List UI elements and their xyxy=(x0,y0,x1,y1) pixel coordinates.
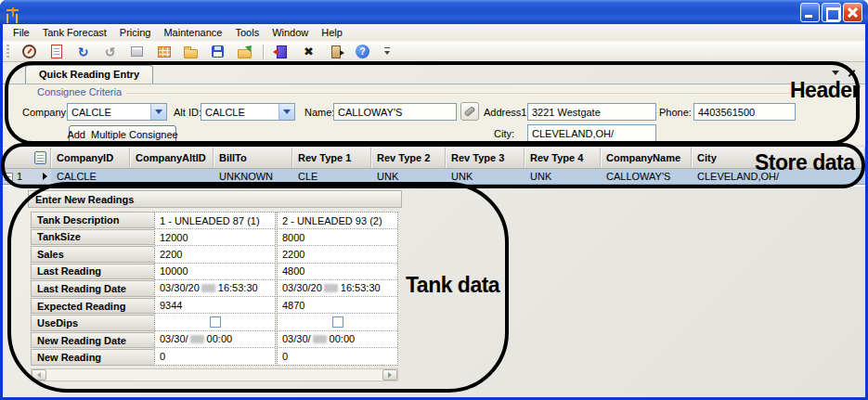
grid-header-row: CompanyID CompanyAltID BillTo Rev Type 1… xyxy=(3,148,865,169)
column-header-companyaltid[interactable]: CompanyAltID xyxy=(130,148,214,168)
eraser-icon xyxy=(463,106,475,117)
tank-2-new-reading[interactable]: 0 xyxy=(278,348,397,365)
city-input[interactable] xyxy=(527,124,656,142)
cell-city: CLEVELAND,OH/ xyxy=(692,169,865,184)
readings-row-labels: Tank Description TankSize Sales Last Rea… xyxy=(31,212,155,366)
tank-1-size: 12000 xyxy=(155,229,275,246)
maximize-button[interactable] xyxy=(822,3,841,22)
menu-bar: File Tank Forecast Pricing Maintenance T… xyxy=(3,24,865,41)
address1-input[interactable] xyxy=(527,103,656,121)
delete-x-icon[interactable] xyxy=(300,43,317,60)
tank-1-new-reading-date[interactable]: 03/30/00:00 xyxy=(155,331,275,348)
consignee-pane: Consignee Criteria Company: CALCLE Alt I… xyxy=(3,84,865,145)
scale-icon xyxy=(6,6,19,19)
window-controls xyxy=(800,3,862,22)
label-sales: Sales xyxy=(31,246,155,263)
label-tank-description: Tank Description xyxy=(31,212,155,228)
column-header-companyid[interactable]: CompanyID xyxy=(51,148,130,168)
tank-2-column: 2 - UNLEADED 93 (2) 8000 2200 4800 03/30… xyxy=(277,212,398,366)
cell-company-alt-id xyxy=(130,169,214,184)
tab-close-icon[interactable] xyxy=(848,69,856,77)
app-window: File Tank Forecast Pricing Maintenance T… xyxy=(0,0,868,400)
phone-input[interactable] xyxy=(693,103,796,121)
scroll-right-button[interactable] xyxy=(382,369,397,381)
tank-2-last-reading: 4800 xyxy=(278,264,397,280)
company-value: CALCLE xyxy=(68,107,150,118)
grid-icon[interactable] xyxy=(155,43,173,60)
menu-item-help[interactable]: Help xyxy=(315,26,349,39)
add-multiple-consignee-button[interactable]: Add Multiple Consignee xyxy=(69,125,176,143)
column-header-companyname[interactable]: CompanyName xyxy=(601,148,692,168)
package-icon[interactable] xyxy=(128,43,146,60)
toolbar-separator xyxy=(263,45,264,59)
alt-id-dropdown-arrow-icon[interactable] xyxy=(279,104,294,120)
cell-rev-type-2: UNK xyxy=(371,169,446,184)
tank-2-use-dips-checkbox[interactable] xyxy=(332,316,343,328)
column-header-revtype4[interactable]: Rev Type 4 xyxy=(525,148,601,168)
column-header-city[interactable]: City xyxy=(692,148,865,168)
address1-label: Address1: xyxy=(484,107,530,118)
send-schedule-icon[interactable] xyxy=(74,43,92,60)
company-select[interactable]: CALCLE xyxy=(67,103,167,121)
tank-2-expected-reading: 4870 xyxy=(278,297,397,314)
cell-rev-type-1: CLE xyxy=(292,169,371,184)
tank-1-new-reading[interactable]: 0 xyxy=(155,348,275,365)
report-icon[interactable] xyxy=(47,43,65,60)
scroll-left-button[interactable] xyxy=(32,369,46,381)
store-grid: CompanyID CompanyAltID BillTo Rev Type 1… xyxy=(3,148,865,187)
menu-item-file[interactable]: File xyxy=(6,26,36,39)
row-selector-cell: 1 xyxy=(3,169,51,184)
name-input[interactable] xyxy=(333,103,457,121)
tank-1-column: 1 - UNLEADED 87 (1) 12000 2200 10000 03/… xyxy=(154,212,276,366)
help-icon[interactable] xyxy=(354,43,371,60)
minimize-button[interactable] xyxy=(800,3,820,22)
menu-item-maintenance[interactable]: Maintenance xyxy=(157,26,228,39)
tank-1-use-dips-checkbox[interactable] xyxy=(210,316,221,328)
gauge-icon[interactable] xyxy=(20,43,38,60)
exit-door-icon[interactable] xyxy=(327,43,344,60)
company-label: Company: xyxy=(22,107,69,118)
column-header-revtype1[interactable]: Rev Type 1 xyxy=(292,148,371,168)
menu-item-window[interactable]: Window xyxy=(266,26,315,39)
tank-1-description: 1 - UNLEADED 87 (1) xyxy=(155,213,275,229)
redacted-year xyxy=(313,335,327,343)
tank-2-new-reading-date[interactable]: 03/30/00:00 xyxy=(278,331,397,348)
save-icon[interactable] xyxy=(209,43,227,60)
label-new-reading: New Reading xyxy=(31,349,155,366)
tab-list-dropdown-icon[interactable] xyxy=(832,71,839,75)
menu-item-tools[interactable]: Tools xyxy=(228,26,266,39)
menu-item-pricing[interactable]: Pricing xyxy=(113,26,158,39)
grid-properties-cell[interactable] xyxy=(3,148,51,168)
history-icon[interactable] xyxy=(101,43,119,60)
cell-rev-type-4: UNK xyxy=(525,169,601,184)
cell-company-id: CALCLE xyxy=(51,169,130,184)
tab-quick-reading-entry[interactable]: Quick Reading Entry xyxy=(25,65,153,84)
label-last-reading-date: Last Reading Date xyxy=(31,280,155,297)
column-header-billto[interactable]: BillTo xyxy=(214,148,292,168)
clear-name-button[interactable] xyxy=(460,102,479,121)
toolbar xyxy=(3,41,865,62)
export-folder-icon[interactable] xyxy=(236,43,253,60)
label-tank-size: TankSize xyxy=(31,229,155,246)
label-use-dips: UseDips xyxy=(31,315,155,331)
name-label: Name: xyxy=(304,107,334,118)
toolbar-overflow-button[interactable] xyxy=(382,45,393,59)
import-book-icon[interactable] xyxy=(273,43,291,60)
tank-2-last-reading-date: 03/30/2016:53:30 xyxy=(278,280,397,297)
toolbar-grip[interactable] xyxy=(6,45,9,58)
cell-rev-type-3: UNK xyxy=(446,169,525,184)
menu-item-tank-forecast[interactable]: Tank Forecast xyxy=(36,26,113,39)
column-header-revtype3[interactable]: Rev Type 3 xyxy=(446,148,525,168)
groupbox-line xyxy=(126,93,850,94)
tank-1-last-reading: 10000 xyxy=(155,264,275,280)
city-label: City: xyxy=(494,128,514,139)
horizontal-scrollbar[interactable] xyxy=(31,368,398,381)
open-folder-icon[interactable] xyxy=(182,43,200,60)
close-button[interactable] xyxy=(843,3,862,22)
tab-strip-buttons xyxy=(832,69,856,77)
company-dropdown-arrow-icon[interactable] xyxy=(150,104,166,120)
alt-id-select[interactable]: CALCLE xyxy=(201,103,295,121)
column-header-revtype2[interactable]: Rev Type 2 xyxy=(371,148,446,168)
table-row[interactable]: 1 CALCLE UNKNOWN CLE UNK UNK UNK CALLOWA… xyxy=(3,169,865,185)
row-collapse-icon[interactable] xyxy=(5,173,13,181)
